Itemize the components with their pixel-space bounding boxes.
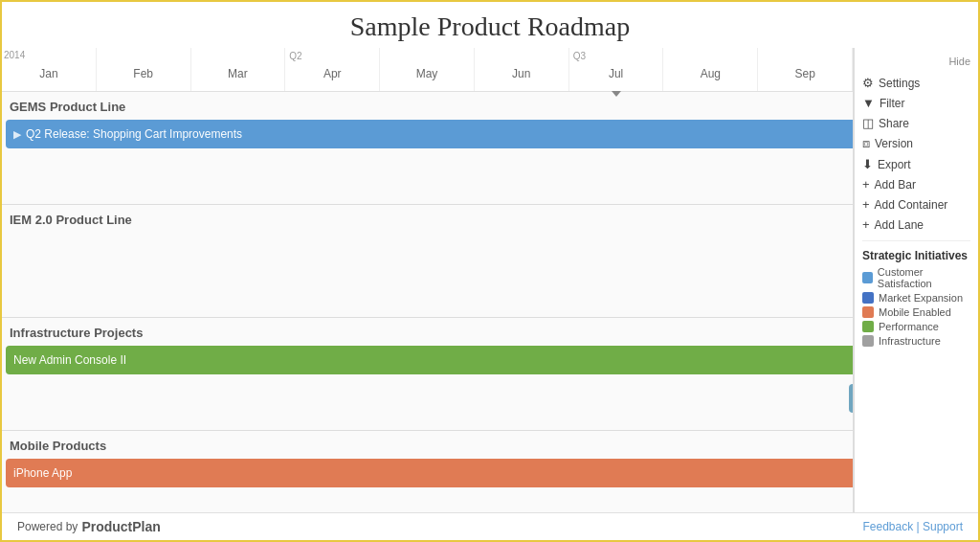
month-label-sep: Sep: [758, 48, 853, 91]
bar-label: iPhone App: [13, 466, 72, 480]
expand-icon: ▶: [13, 128, 21, 141]
legend-label: Infrastructure: [879, 335, 941, 347]
legend-color-swatch: [862, 292, 874, 304]
sidebar-item-label: Add Lane: [875, 218, 924, 232]
sidebar-item-label: Add Container: [875, 198, 948, 212]
legend-item: Mobile Enabled: [862, 306, 970, 318]
sidebar-icon: ▼: [862, 96, 875, 110]
legend-item: Performance: [862, 321, 970, 332]
sidebar-icon: +: [862, 217, 870, 232]
sidebar-icon: ⚙: [862, 76, 874, 90]
lane-header-mobile: Mobile Products: [6, 439, 849, 453]
lane-row: ▶UX InitiativesTech support portal versi…: [6, 233, 849, 267]
timeline-header: 2014 JanFebMarAprMayJunJulAugSep: [2, 48, 853, 92]
lane-infra: Infrastructure ProjectsNew Admin Console…: [2, 318, 853, 431]
legend-color-swatch: [862, 321, 874, 332]
brand-logo: ProductPlan: [81, 519, 160, 534]
right-sidebar: Hide ⚙Settings▼Filter◫Share⧈Version⬇Expo…: [854, 48, 978, 512]
lane-header-iem: IEM 2.0 Product Line: [6, 213, 849, 227]
lane-row: Cloud support for PowerLinkMarketing eng…: [6, 384, 849, 418]
legend-label: Mobile Enabled: [879, 306, 951, 318]
bar-label: New Admin Console II: [13, 353, 126, 367]
month-label-mar: Mar: [191, 48, 286, 91]
bar-label: Q2 Release: Shopping Cart Improvements: [26, 127, 242, 141]
legend-color-swatch: [862, 306, 874, 318]
month-label-aug: Aug: [663, 48, 758, 91]
lane-row: Mobile Monitoring SolutionWindows Tablet…: [6, 497, 849, 512]
legend-item: Customer Satisfaction: [862, 266, 970, 289]
footer-brand: Powered by ProductPlan: [17, 519, 161, 534]
lane-header-infra: Infrastructure Projects: [6, 326, 849, 340]
sidebar-items: ⚙Settings▼Filter◫Share⧈Version⬇Export+Ad…: [862, 73, 970, 235]
legend-label: Customer Satisfaction: [878, 266, 970, 289]
legend-items: Customer SatisfactionMarket ExpansionMob…: [862, 266, 970, 347]
lane-row: New Admin Console IIRails 4.1iOS Reporti…: [6, 346, 849, 380]
month-label-may: May: [380, 48, 475, 91]
sidebar-icon: ◫: [862, 116, 874, 130]
lane-row: ▶Q2 Release: Shopping Cart ImprovementsM…: [6, 120, 849, 154]
hide-button[interactable]: Hide: [862, 56, 970, 67]
lane-row: iPhone AppAndroid support: [6, 459, 849, 493]
sidebar-icon: ⧈: [862, 136, 870, 151]
sidebar-item-export[interactable]: ⬇Export: [862, 154, 970, 174]
legend-color-swatch: [862, 272, 873, 283]
lane-mobile: Mobile ProductsiPhone AppAndroid support…: [2, 431, 853, 512]
legend-item: Market Expansion: [862, 292, 970, 304]
month-label-jan: Jan: [2, 48, 97, 91]
lane-iem: IEM 2.0 Product Line▶UX InitiativesTech …: [2, 205, 853, 318]
sidebar-item-label: Settings: [879, 77, 920, 90]
legend-color-swatch: [862, 335, 874, 347]
legend-label: Market Expansion: [879, 292, 963, 304]
page-header: Sample Product Roadmap: [2, 2, 978, 48]
sidebar-icon: +: [862, 177, 870, 192]
month-label-jun: Jun: [475, 48, 569, 91]
sidebar-item-filter[interactable]: ▼Filter: [862, 93, 970, 113]
sidebar-divider: [862, 240, 970, 241]
legend-title: Strategic Initiatives: [862, 249, 970, 262]
lane-row: Integration with SalesforceHealthcare Po…: [6, 271, 849, 305]
bar-item[interactable]: ▶Q2 Release: Shopping Cart Improvements: [6, 120, 853, 148]
lane-rows-gems: ▶Q2 Release: Shopping Cart ImprovementsM…: [6, 120, 849, 192]
sidebar-item-settings[interactable]: ⚙Settings: [862, 73, 970, 93]
lane-rows-iem: ▶UX InitiativesTech support portal versi…: [6, 233, 849, 305]
legend-label: Performance: [879, 321, 939, 332]
lane-gems: GEMS Product Line▶Q2 Release: Shopping C…: [2, 92, 853, 205]
months-row: JanFebMarAprMayJunJulAugSep: [2, 48, 853, 92]
lane-rows-infra: New Admin Console IIRails 4.1iOS Reporti…: [6, 346, 849, 418]
lane-row: Enterprise 2.0: [6, 158, 849, 192]
month-label-feb: Feb: [97, 48, 191, 91]
footer-links[interactable]: Feedback | Support: [862, 520, 963, 533]
bar-item[interactable]: Cloud support for PowerLink: [849, 384, 853, 413]
sidebar-item-label: Filter: [880, 97, 905, 110]
sidebar-icon: +: [862, 197, 870, 212]
sidebar-item-label: Export: [878, 158, 911, 171]
sidebar-item-share[interactable]: ◫Share: [862, 113, 970, 133]
sidebar-item-add-bar[interactable]: +Add Bar: [862, 174, 970, 194]
bar-item[interactable]: iPhone App: [6, 459, 853, 487]
bar-item[interactable]: New Admin Console II: [6, 346, 853, 374]
sidebar-item-add-lane[interactable]: +Add Lane: [862, 215, 970, 235]
footer: Powered by ProductPlan Feedback | Suppor…: [2, 512, 978, 540]
month-label-apr: Apr: [285, 48, 380, 91]
sidebar-item-label: Version: [875, 137, 913, 150]
page-title: Sample Product Roadmap: [2, 11, 978, 42]
lane-header-gems: GEMS Product Line: [6, 100, 849, 114]
month-label-jul: Jul: [569, 48, 664, 91]
sidebar-icon: ⬇: [862, 157, 873, 171]
sidebar-item-label: Add Bar: [875, 178, 916, 192]
sidebar-item-add-container[interactable]: +Add Container: [862, 194, 970, 215]
sidebar-item-version[interactable]: ⧈Version: [862, 133, 970, 154]
sidebar-item-label: Share: [879, 117, 909, 130]
lanes-container: GEMS Product Line▶Q2 Release: Shopping C…: [2, 92, 853, 512]
lane-rows-mobile: iPhone AppAndroid supportMobile Monitori…: [6, 459, 849, 512]
legend-item: Infrastructure: [862, 335, 970, 347]
